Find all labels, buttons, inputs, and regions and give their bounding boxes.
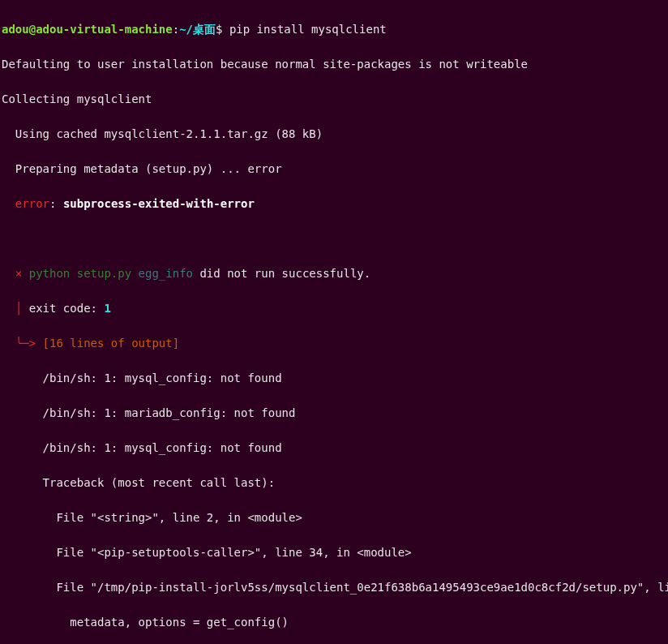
traceback-line: /bin/sh: 1: mysql_config: not found: [2, 440, 666, 457]
prompt-sep: :: [173, 23, 179, 36]
exit-line: │ exit code: 1: [2, 300, 666, 318]
command-input[interactable]: pip install mysqlclient: [229, 23, 387, 36]
error-line: error: subprocess-exited-with-error: [2, 195, 666, 213]
exit-label: exit code:: [29, 302, 105, 315]
prompt-path: ~/桌面: [179, 23, 216, 36]
tree-arrow-icon: ╰─>: [2, 337, 43, 350]
traceback-line: File "<pip-setuptools-caller>", line 34,…: [2, 544, 666, 562]
exit-code: 1: [104, 302, 110, 315]
blank-line: [2, 230, 666, 248]
lines-of-output-label: [16 lines of output]: [43, 337, 180, 350]
x-icon: ×: [2, 267, 29, 280]
prompt-dollar: $: [216, 23, 229, 36]
error-msg: subprocess-exited-with-error: [63, 197, 255, 210]
traceback-line: Traceback (most recent call last):: [2, 474, 666, 492]
traceback-line: metadata, options = get_config(): [2, 614, 666, 632]
colon: :: [49, 197, 63, 210]
output-line: Defaulting to user installation because …: [2, 56, 666, 74]
prompt-line[interactable]: adou@adou-virtual-machine:~/桌面$ pip inst…: [2, 21, 666, 39]
output-line: Collecting mysqlclient: [2, 91, 666, 109]
tree-v-icon: │: [2, 302, 29, 315]
prompt-user: adou@adou-virtual-machine: [2, 23, 173, 36]
egg-info: egg_info: [131, 267, 193, 280]
python-setup: python setup.py: [29, 267, 131, 280]
output-header-line: ╰─> [16 lines of output]: [2, 335, 666, 353]
fail-rest: did not run successfully.: [193, 267, 370, 280]
traceback-line: File "<string>", line 2, in <module>: [2, 509, 666, 527]
output-line: Preparing metadata (setup.py) ... error: [2, 161, 666, 178]
output-line: Using cached mysqlclient-2.1.1.tar.gz (8…: [2, 126, 666, 144]
terminal-window[interactable]: adou@adou-virtual-machine:~/桌面$ pip inst…: [0, 0, 668, 644]
error-label: error: [15, 197, 49, 210]
traceback-line: File "/tmp/pip-install-jorlv5ss/mysqlcli…: [2, 579, 666, 597]
traceback-line: /bin/sh: 1: mariadb_config: not found: [2, 405, 666, 423]
traceback-line: /bin/sh: 1: mysql_config: not found: [2, 370, 666, 388]
fail-line: × python setup.py egg_info did not run s…: [2, 265, 666, 283]
error-pad: [2, 197, 15, 210]
